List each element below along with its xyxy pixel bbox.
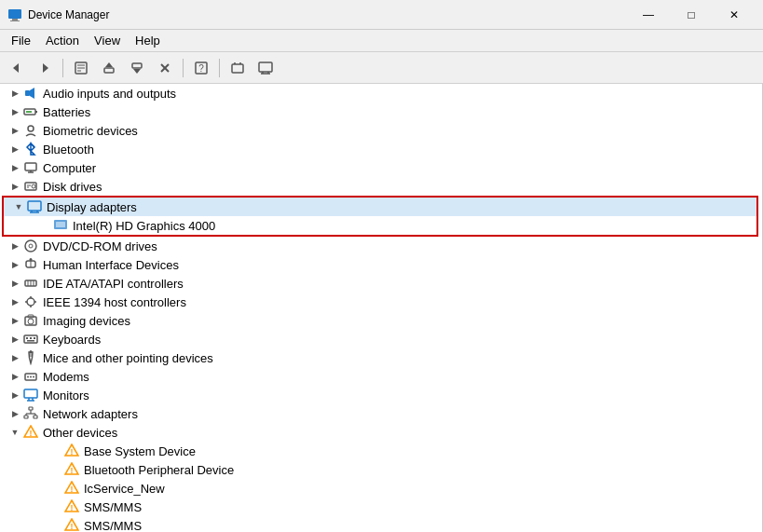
expand-network[interactable]: ▶ — [7, 404, 22, 423]
svg-point-73 — [33, 376, 34, 378]
properties-button[interactable] — [68, 56, 94, 80]
svg-point-55 — [27, 298, 34, 306]
expand-ieee[interactable]: ▶ — [7, 293, 22, 311]
tree-item-dvd[interactable]: ▶ DVD/CD-ROM drives — [0, 237, 762, 255]
menu-help[interactable]: Help — [128, 32, 168, 49]
expand-biometric[interactable]: ▶ — [7, 121, 22, 140]
expand-keyboards[interactable]: ▶ — [7, 330, 22, 348]
display-mode-button[interactable] — [252, 56, 279, 80]
label-ieee: IEEE 1394 host controllers — [43, 295, 186, 309]
back-button[interactable] — [4, 56, 30, 80]
tree-item-sms2[interactable]: ! SMS/MMS — [0, 516, 762, 532]
tree-item-bt-peripheral[interactable]: ! Bluetooth Peripheral Device — [0, 460, 762, 479]
icon-imaging — [22, 313, 39, 328]
expand-imaging[interactable]: ▶ — [7, 311, 22, 330]
expand-hid[interactable]: ▶ — [7, 255, 22, 274]
expand-intel-graphics — [37, 216, 52, 235]
svg-rect-11 — [132, 63, 142, 68]
expand-display[interactable]: ▼ — [11, 198, 26, 216]
svg-rect-78 — [29, 407, 33, 410]
menu-bar: File Action View Help — [0, 30, 763, 52]
svg-point-50 — [30, 258, 33, 261]
title-bar: Device Manager — □ ✕ — [0, 0, 763, 30]
forward-button[interactable] — [32, 56, 58, 80]
label-computer: Computer — [43, 161, 96, 175]
icon-sms1: ! — [63, 499, 80, 514]
tree-item-computer[interactable]: ▶ Computer — [0, 158, 762, 177]
rollback-button[interactable] — [124, 56, 150, 80]
label-bluetooth: Bluetooth — [43, 143, 94, 157]
tree-item-ide[interactable]: ▶ IDE ATA/ATAPI controllers — [0, 274, 762, 293]
tree-item-bluetooth[interactable]: ▶ Bluetooth — [0, 140, 762, 158]
help-button[interactable]: ? — [188, 56, 214, 80]
svg-rect-1 — [12, 19, 18, 20]
tree-item-audio[interactable]: ▶ Audio inputs and outputs — [0, 84, 762, 102]
icon-intel-graphics — [52, 218, 69, 233]
expand-mice[interactable]: ▶ — [7, 348, 22, 367]
tree-item-disk[interactable]: ▶ Disk drives — [0, 177, 762, 196]
svg-rect-17 — [232, 64, 243, 73]
label-bt-peripheral: Bluetooth Peripheral Device — [84, 463, 234, 477]
minimize-button[interactable]: — — [627, 0, 670, 30]
label-base-system: Base System Device — [84, 444, 196, 458]
tree-item-base-system[interactable]: ! Base System Device — [0, 442, 762, 460]
tree-item-monitors[interactable]: ▶ Monitors — [0, 386, 762, 404]
device-tree[interactable]: ▶ Audio inputs and outputs ▶ Batteries — [0, 84, 763, 532]
svg-point-46 — [25, 240, 36, 252]
tree-item-display[interactable]: ▼ Display adapters — [4, 198, 756, 216]
menu-action[interactable]: Action — [38, 32, 87, 49]
label-ide: IDE ATA/ATAPI controllers — [43, 277, 184, 291]
tree-item-imaging[interactable]: ▶ Imaging devices — [0, 311, 762, 330]
label-dvd: DVD/CD-ROM drives — [43, 239, 157, 253]
expand-dvd[interactable]: ▶ — [7, 237, 22, 255]
tree-item-icservice[interactable]: ! IcService_New — [0, 479, 762, 498]
tree-item-biometric[interactable]: ▶ Biometric devices — [0, 121, 762, 140]
tree-item-sms1[interactable]: ! SMS/MMS — [0, 498, 762, 516]
label-disk: Disk drives — [43, 180, 102, 194]
svg-rect-66 — [34, 337, 35, 339]
label-mice: Mice and other pointing devices — [43, 351, 213, 365]
uninstall-button[interactable] — [152, 56, 178, 80]
update-driver-button[interactable] — [96, 56, 122, 80]
svg-rect-36 — [25, 183, 36, 190]
expand-bluetooth[interactable]: ▶ — [7, 140, 22, 158]
label-icservice: IcService_New — [84, 482, 165, 496]
svg-rect-0 — [8, 9, 21, 19]
expand-disk[interactable]: ▶ — [7, 177, 22, 196]
expand-audio[interactable]: ▶ — [7, 84, 22, 102]
menu-file[interactable]: File — [4, 32, 38, 49]
close-button[interactable]: ✕ — [713, 0, 756, 30]
expand-icservice — [48, 479, 63, 498]
tree-item-mice[interactable]: ▶ Mice and other pointing devices — [0, 348, 762, 367]
svg-text:?: ? — [198, 63, 204, 74]
icon-display — [26, 199, 43, 214]
expand-computer[interactable]: ▶ — [7, 158, 22, 177]
svg-text:!: ! — [71, 466, 74, 475]
icon-keyboards — [22, 332, 39, 347]
scan-button[interactable] — [225, 56, 251, 80]
maximize-button[interactable]: □ — [670, 0, 713, 30]
icon-monitors — [22, 388, 39, 402]
label-keyboards: Keyboards — [43, 333, 101, 347]
tree-item-intel-graphics[interactable]: Intel(R) HD Graphics 4000 — [4, 216, 756, 235]
tree-item-batteries[interactable]: ▶ Batteries — [0, 102, 762, 121]
svg-point-71 — [27, 376, 29, 378]
svg-text:!: ! — [71, 484, 74, 494]
tree-item-keyboards[interactable]: ▶ Keyboards — [0, 330, 762, 348]
tree-item-hid[interactable]: ▶ Human Interface Devices — [0, 255, 762, 274]
toolbar-separator-2 — [183, 59, 184, 77]
tree-item-network[interactable]: ▶ Network adapters — [0, 404, 762, 423]
icon-ide — [22, 276, 39, 291]
tree-item-modems[interactable]: ▶ Modems — [0, 367, 762, 386]
expand-modems[interactable]: ▶ — [7, 367, 22, 386]
expand-batteries[interactable]: ▶ — [7, 102, 22, 121]
expand-monitors[interactable]: ▶ — [7, 386, 22, 404]
icon-bt-peripheral: ! — [63, 462, 80, 477]
label-imaging: Imaging devices — [43, 314, 130, 328]
tree-item-ieee[interactable]: ▶ IEEE 1394 host controllers — [0, 293, 762, 311]
menu-view[interactable]: View — [87, 32, 128, 49]
expand-other[interactable]: ▼ — [7, 423, 22, 442]
expand-ide[interactable]: ▶ — [7, 274, 22, 293]
tree-item-other[interactable]: ▼ ! Other devices — [0, 423, 762, 442]
toolbar: ? — [0, 52, 763, 84]
